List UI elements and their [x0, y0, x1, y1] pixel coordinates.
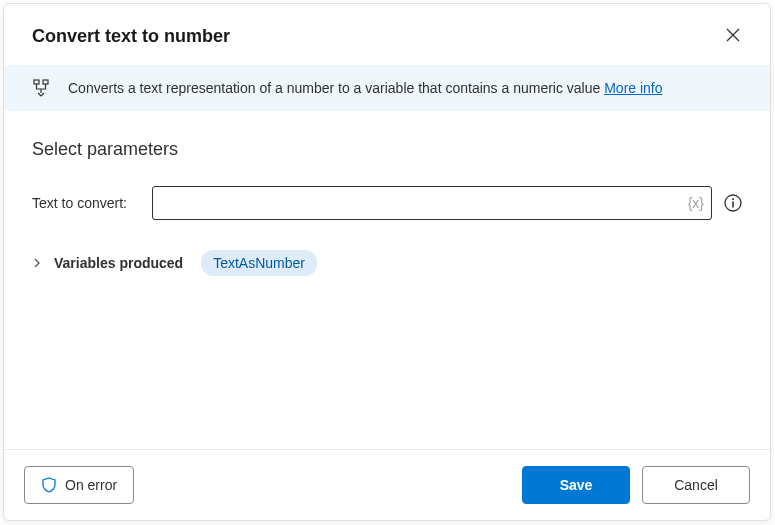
info-bar: Converts a text representation of a numb…	[4, 65, 770, 111]
close-icon	[726, 28, 740, 42]
info-text: Converts a text representation of a numb…	[68, 80, 604, 96]
info-icon[interactable]	[724, 194, 742, 212]
dialog-convert-text-to-number: Convert text to number Converts a text r…	[3, 3, 771, 521]
text-to-convert-input[interactable]	[152, 186, 712, 220]
save-label: Save	[560, 477, 593, 493]
svg-rect-4	[732, 202, 734, 208]
variables-produced-label: Variables produced	[54, 255, 183, 271]
text-to-convert-input-wrap: {x}	[152, 186, 712, 220]
more-info-link[interactable]: More info	[604, 80, 662, 96]
save-button[interactable]: Save	[522, 466, 630, 504]
svg-point-3	[732, 198, 734, 200]
chevron-right-icon[interactable]	[32, 258, 42, 268]
svg-rect-1	[43, 80, 48, 84]
variables-produced-row: Variables produced TextAsNumber	[32, 250, 742, 276]
dialog-header: Convert text to number	[4, 4, 770, 65]
cancel-label: Cancel	[674, 477, 718, 493]
section-title: Select parameters	[32, 139, 742, 160]
dialog-title: Convert text to number	[32, 26, 230, 47]
on-error-label: On error	[65, 477, 117, 493]
param-row-text-to-convert: Text to convert: {x}	[32, 186, 742, 220]
dialog-footer: On error Save Cancel	[4, 449, 770, 520]
info-text-wrap: Converts a text representation of a numb…	[68, 80, 663, 96]
action-icon	[32, 79, 50, 97]
cancel-button[interactable]: Cancel	[642, 466, 750, 504]
dialog-content: Select parameters Text to convert: {x} V…	[4, 111, 770, 449]
variable-chip[interactable]: TextAsNumber	[201, 250, 317, 276]
footer-right: Save Cancel	[522, 466, 750, 504]
close-button[interactable]	[720, 22, 746, 51]
text-to-convert-label: Text to convert:	[32, 195, 140, 211]
on-error-button[interactable]: On error	[24, 466, 134, 504]
shield-icon	[41, 477, 57, 493]
variable-picker-icon[interactable]: {x}	[688, 195, 704, 211]
svg-rect-0	[34, 80, 39, 84]
